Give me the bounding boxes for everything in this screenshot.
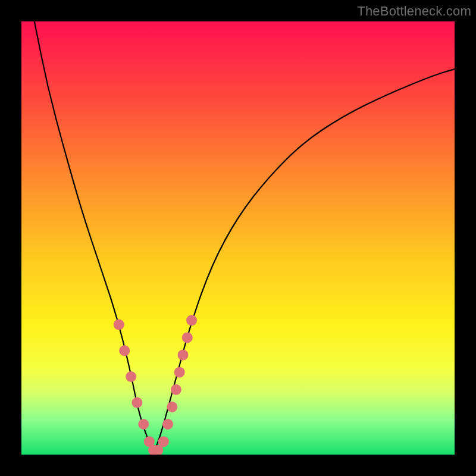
plot-area [21, 21, 455, 455]
marker-point [178, 350, 189, 361]
highlight-points [114, 315, 197, 455]
marker-point [171, 384, 181, 395]
marker-point [138, 419, 149, 430]
watermark-text: TheBottleneck.com [357, 4, 471, 19]
marker-point [162, 419, 173, 430]
marker-point [186, 315, 197, 325]
chart-frame: TheBottleneck.com [0, 0, 476, 476]
marker-point [126, 371, 136, 382]
marker-point [114, 320, 124, 330]
marker-point [174, 367, 185, 378]
bottleneck-curve [35, 21, 455, 449]
marker-point [119, 345, 130, 356]
marker-point [167, 402, 177, 412]
marker-point [158, 436, 169, 447]
marker-point [182, 332, 193, 343]
chart-svg [21, 21, 455, 455]
marker-point [131, 397, 142, 408]
